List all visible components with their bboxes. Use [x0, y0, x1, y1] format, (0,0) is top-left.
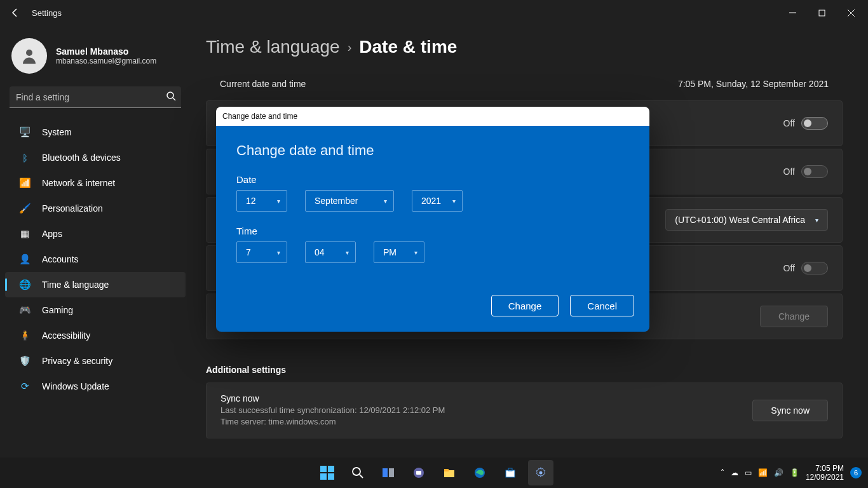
svg-point-5 [167, 92, 173, 98]
toggle-state-label: Off [783, 118, 795, 128]
sidebar-item-network[interactable]: 📶Network & internet [5, 170, 186, 196]
minute-value: 04 [315, 247, 325, 257]
apps-icon: ▦ [19, 228, 31, 240]
sidebar-item-gaming[interactable]: 🎮Gaming [5, 297, 186, 323]
svg-rect-20 [506, 470, 515, 477]
sidebar-item-accessibility[interactable]: 🧍Accessibility [5, 323, 186, 348]
year-select[interactable]: 2021▾ [412, 190, 463, 212]
day-value: 12 [246, 196, 256, 206]
taskbar-search-button[interactable] [345, 460, 370, 485]
search-icon [166, 91, 176, 104]
start-button[interactable] [315, 460, 340, 485]
minute-select[interactable]: 04▾ [305, 241, 356, 263]
close-button[interactable] [836, 0, 865, 25]
tray-clock[interactable]: 7:05 PM 12/09/2021 [806, 464, 844, 482]
back-button[interactable] [3, 0, 28, 25]
sidebar-item-time-language[interactable]: 🌐Time & language [5, 272, 186, 297]
search-input[interactable] [10, 86, 181, 108]
wifi-tray-icon[interactable]: 📶 [758, 468, 768, 477]
tray-overflow-icon[interactable]: ˄ [721, 468, 724, 477]
timezone-select[interactable]: (UTC+01:00) West Central Africa ▾ [665, 209, 828, 231]
month-select[interactable]: September▾ [305, 190, 394, 212]
battery-icon[interactable]: 🔋 [790, 468, 799, 477]
breadcrumb-parent[interactable]: Time & language [206, 37, 340, 57]
file-explorer-button[interactable] [437, 460, 462, 485]
dialog-titlebar-text: Change date and time [222, 112, 297, 121]
toggle-switch[interactable] [801, 165, 828, 178]
sidebar-item-label: Windows Update [42, 381, 179, 391]
chevron-right-icon: › [348, 40, 352, 55]
svg-rect-18 [444, 469, 449, 471]
globe-clock-icon: 🌐 [19, 279, 31, 290]
profile[interactable]: Samuel Mbanaso mbanaso.samuel@gmail.com [0, 32, 191, 86]
month-value: September [315, 196, 358, 206]
sidebar-item-label: System [42, 127, 179, 137]
chat-button[interactable] [406, 460, 431, 485]
toggle-state-label: Off [783, 166, 795, 177]
dialog-cancel-button[interactable]: Cancel [570, 295, 634, 316]
breadcrumb: Time & language › Date & time [206, 37, 843, 57]
minimize-button[interactable] [778, 0, 807, 25]
toggle-switch[interactable] [801, 262, 828, 274]
sidebar-item-privacy[interactable]: 🛡️Privacy & security [5, 348, 186, 374]
svg-rect-13 [383, 468, 388, 477]
taskbar: ˄ ☁ ▭ 📶 🔊 🔋 7:05 PM 12/09/2021 6 [0, 458, 868, 488]
maximize-button[interactable] [807, 0, 836, 25]
toggle-switch[interactable] [801, 117, 828, 130]
onedrive-icon[interactable]: ☁ [731, 468, 738, 477]
sidebar-item-label: Privacy & security [42, 356, 179, 366]
gamepad-icon: 🎮 [19, 304, 31, 316]
ampm-select[interactable]: PM▾ [374, 241, 424, 263]
sidebar-item-apps[interactable]: ▦Apps [5, 221, 186, 247]
display-icon: 🖥️ [19, 126, 31, 138]
sync-now-button[interactable]: Sync now [752, 400, 828, 421]
sidebar-item-label: Accessibility [42, 330, 179, 341]
sidebar-item-system[interactable]: 🖥️System [5, 119, 186, 145]
notifications-badge[interactable]: 6 [850, 467, 862, 478]
svg-rect-7 [320, 466, 327, 472]
teams-tray-icon[interactable]: ▭ [745, 468, 752, 477]
edge-button[interactable] [467, 460, 492, 485]
chevron-down-icon: ▾ [414, 249, 417, 256]
tray-time: 7:05 PM [806, 464, 844, 473]
svg-point-22 [539, 471, 543, 475]
sidebar-item-label: Time & language [42, 280, 179, 290]
chevron-down-icon: ▾ [384, 198, 387, 205]
dialog-title-bar: Change date and time [216, 107, 649, 126]
current-date-time-value: 7:05 PM, Sunday, 12 September 2021 [678, 79, 829, 89]
sidebar: Samuel Mbanaso mbanaso.samuel@gmail.com … [0, 25, 191, 458]
day-select[interactable]: 12▾ [236, 190, 287, 212]
wifi-icon: 📶 [19, 177, 31, 189]
hour-select[interactable]: 7▾ [236, 241, 287, 263]
sidebar-item-accounts[interactable]: 👤Accounts [5, 247, 186, 272]
sidebar-item-bluetooth[interactable]: ᛒBluetooth & devices [5, 145, 186, 170]
store-button[interactable] [498, 460, 523, 485]
sync-title: Sync now [220, 393, 445, 403]
svg-point-11 [353, 468, 360, 475]
sync-now-row[interactable]: Sync now Last successful time synchroniz… [206, 383, 843, 438]
profile-email: mbanaso.samuel@gmail.com [56, 57, 156, 65]
window-title: Settings [32, 8, 62, 18]
svg-rect-14 [389, 468, 394, 477]
sidebar-item-personalization[interactable]: 🖌️Personalization [5, 196, 186, 221]
profile-name: Samuel Mbanaso [56, 46, 156, 57]
date-label: Date [236, 174, 629, 185]
volume-icon[interactable]: 🔊 [774, 468, 783, 477]
tray-date: 12/09/2021 [806, 473, 844, 482]
chevron-down-icon: ▾ [452, 198, 456, 205]
task-view-button[interactable] [376, 460, 401, 485]
dialog-change-button[interactable]: Change [491, 295, 559, 316]
sidebar-item-windows-update[interactable]: ⟳Windows Update [5, 374, 186, 399]
svg-rect-16 [416, 471, 421, 475]
change-date-time-button[interactable]: Change [760, 306, 828, 327]
chevron-down-icon: ▾ [277, 249, 280, 256]
svg-rect-8 [328, 466, 334, 472]
hour-value: 7 [246, 247, 251, 257]
current-date-time-label: Current date and time [220, 79, 306, 89]
settings-button[interactable] [528, 460, 553, 485]
update-icon: ⟳ [19, 381, 31, 392]
additional-settings-heading: Additional settings [206, 365, 843, 375]
page-title: Date & time [359, 37, 457, 57]
chevron-down-icon: ▾ [346, 249, 349, 256]
svg-rect-9 [320, 473, 327, 480]
